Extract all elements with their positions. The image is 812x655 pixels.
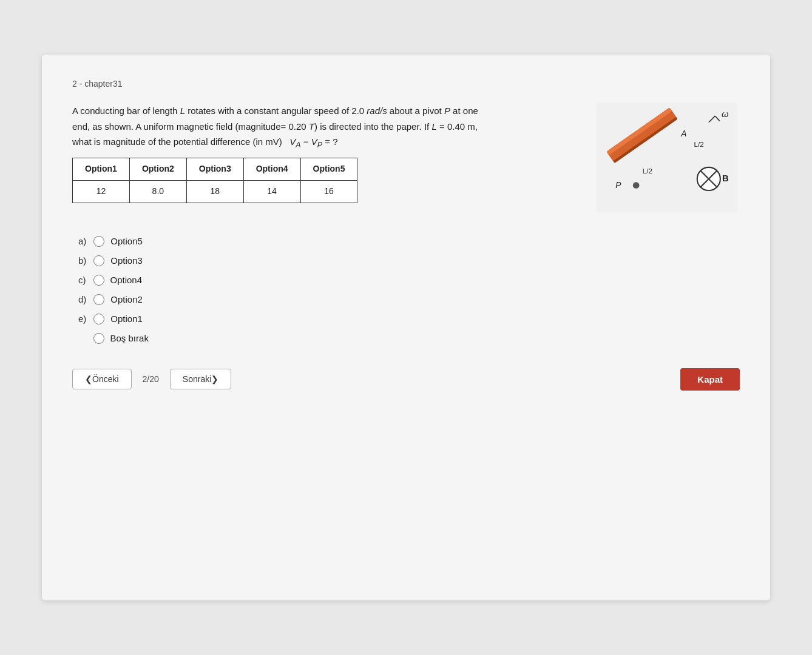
option-letter-c: c) (78, 275, 86, 285)
nav-left: ❮Önceki 2/20 Sonraki❯ (72, 369, 231, 389)
svg-text:P: P (615, 181, 621, 190)
answer-option-a: a) Option5 (78, 236, 740, 247)
radio-option4[interactable] (93, 275, 104, 286)
prev-button[interactable]: ❮Önceki (72, 369, 132, 389)
label-option2[interactable]: Option2 (110, 294, 143, 304)
quiz-card: 2 - chapter31 A conducting bar of length… (42, 55, 770, 600)
svg-text:B: B (722, 173, 729, 183)
svg-text:L/2: L/2 (643, 167, 652, 175)
table-val-2: 8.0 (129, 181, 186, 203)
table-val-3: 18 (186, 181, 243, 203)
next-button[interactable]: Sonraki❯ (170, 369, 231, 389)
question-text: A conducting bar of length L rotates wit… (72, 103, 485, 221)
table-val-1: 12 (73, 181, 130, 203)
answer-option-b: b) Option3 (78, 255, 740, 266)
label-bos-birak[interactable]: Boş bırak (110, 333, 149, 343)
diagram: ω A L/2 L/2 P B (594, 103, 740, 212)
table-header-2: Option2 (129, 158, 186, 181)
table-val-4: 14 (243, 181, 300, 203)
table-header-3: Option3 (186, 158, 243, 181)
table-header-5: Option5 (300, 158, 357, 181)
options-table: Option1 Option2 Option3 Option4 Option5 … (72, 158, 357, 203)
answer-option-e: e) Option1 (78, 314, 740, 324)
radio-bos-birak[interactable] (93, 333, 104, 344)
page-indicator: 2/20 (143, 374, 159, 384)
nav-footer: ❮Önceki 2/20 Sonraki❯ Kapat (72, 368, 740, 391)
option-letter-e: e) (78, 314, 86, 324)
label-option5[interactable]: Option5 (110, 236, 143, 246)
breadcrumb: 2 - chapter31 (72, 79, 740, 89)
answer-option-d: d) Option2 (78, 294, 740, 305)
option-letter-b: b) (78, 255, 86, 266)
option-letter-d: d) (78, 294, 86, 304)
option-letter-a: a) (78, 236, 86, 246)
answer-option-bos: Boş bırak (78, 333, 740, 344)
table-header-1: Option1 (73, 158, 130, 181)
radio-option2[interactable] (93, 294, 104, 305)
table-header-4: Option4 (243, 158, 300, 181)
kapat-button[interactable]: Kapat (680, 368, 740, 391)
radio-option1[interactable] (93, 314, 104, 324)
question-body: A conducting bar of length L rotates wit… (72, 103, 740, 221)
radio-option3[interactable] (93, 255, 104, 266)
label-option4[interactable]: Option4 (110, 275, 143, 285)
option-letter-bos (78, 333, 86, 343)
label-option3[interactable]: Option3 (110, 255, 143, 266)
svg-text:A: A (680, 129, 686, 138)
answer-options: a) Option5 b) Option3 c) Option4 d) Opti… (78, 236, 740, 344)
table-val-5: 16 (300, 181, 357, 203)
svg-text:ω: ω (722, 109, 729, 119)
radio-option5[interactable] (93, 236, 104, 247)
question-line-1: A conducting bar of length L rotates wit… (72, 103, 485, 152)
answer-option-c: c) Option4 (78, 275, 740, 286)
svg-point-9 (633, 182, 640, 189)
svg-text:L/2: L/2 (694, 140, 703, 148)
label-option1[interactable]: Option1 (110, 314, 143, 324)
